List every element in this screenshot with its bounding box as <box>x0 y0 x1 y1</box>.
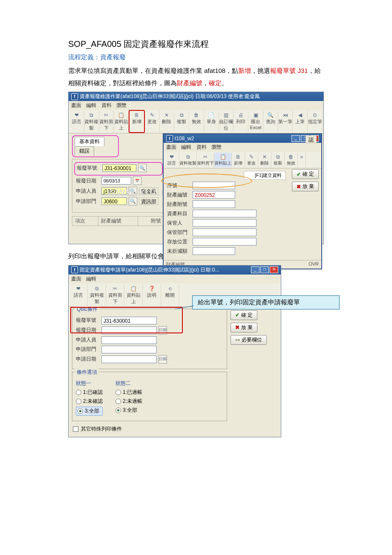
inp-applicant[interactable]: j1350 <box>101 187 127 195</box>
tb-exit[interactable]: ⎋離開 <box>161 284 179 306</box>
tb-copy[interactable]: ⧉資料複製 <box>84 111 99 132</box>
radio-s1-3[interactable]: 3:全部 <box>76 407 103 416</box>
win-afat108: f 資產報廢維護作業(afat108)[昆山巨伸33測試區](jci) 日期:0… <box>68 92 324 244</box>
required-button[interactable]: ⊶必要欄位 <box>231 335 267 345</box>
radio-s2-1[interactable]: 1:已過帳 <box>115 389 142 396</box>
menu-item[interactable]: 編輯 <box>181 144 191 150</box>
min-button[interactable]: _ <box>291 135 300 142</box>
tb-lang[interactable]: ❤語言 <box>69 284 88 306</box>
tb-void[interactable]: 🗑無效 <box>189 111 204 132</box>
tb-query[interactable]: 🔍查詢 <box>263 111 278 132</box>
radio-s1-2[interactable]: 2:未確認 <box>76 398 103 405</box>
inp-keeper[interactable] <box>193 219 257 227</box>
win1-toolbar: ❤語言 ⧉資料複製 ✂資料剪下 📋資料貼上 🗎新增 ✎更改 ✕刪除 ⧉複製 🗑無… <box>69 110 323 133</box>
tb-lang[interactable]: ❤語言 <box>69 111 84 132</box>
cancel-button[interactable]: ✖放 棄 <box>292 182 319 191</box>
menu-item[interactable]: 瀏覽 <box>211 144 222 150</box>
inp-appdate[interactable] <box>101 356 157 363</box>
tb-first[interactable]: ⏮第一筆 <box>278 111 293 132</box>
extra-checkbox[interactable] <box>73 426 78 432</box>
tb-body[interactable]: 📄單身 <box>204 111 219 132</box>
sub-toolbar: ❤語言 ⧉資料複製 ✂資料剪下 📋資料貼上 🗎新增 ✎更改 ✕刪除 ⧉複製 🗑無… <box>164 152 321 168</box>
tb-lang[interactable]: ❤語言 <box>164 153 179 167</box>
menu-item[interactable]: 編輯 <box>86 276 96 282</box>
tb-void[interactable]: 🗑無效 <box>285 153 298 167</box>
lookup-icon[interactable]: 🔍 <box>138 164 147 172</box>
close-button[interactable]: ✕ <box>270 266 278 273</box>
tb-help[interactable]: ❓說明 <box>143 284 161 306</box>
inp-asset-no[interactable]: Z000252 <box>193 191 235 199</box>
radio-s2-2[interactable]: 2:未過帳 <box>115 398 142 405</box>
menu-item[interactable]: 畫面 <box>71 102 81 108</box>
tb-col[interactable]: ▥自訂欄位 <box>219 111 234 132</box>
inp-account[interactable] <box>193 210 257 217</box>
inp-location[interactable] <box>193 238 257 246</box>
tb-paste[interactable]: 📋資料貼上 <box>114 111 129 132</box>
min-button[interactable]: _ <box>251 266 259 273</box>
lbl-asset-sub: 財產附號 <box>167 201 191 208</box>
tb-del[interactable]: ✕刪除 <box>258 153 271 167</box>
menu-item[interactable]: 編輯 <box>86 102 96 108</box>
tb-dup[interactable]: ⧉複製 <box>174 111 189 132</box>
cancel-button[interactable]: ✖放 棄 <box>231 323 257 332</box>
tb-copy[interactable]: ⧉資料複製 <box>179 153 197 167</box>
lookup-icon[interactable]: 🔍 <box>129 187 137 195</box>
inp-dept2[interactable] <box>101 346 157 353</box>
date-btn[interactable]: 日期 <box>159 355 167 364</box>
menu-item[interactable]: 資料 <box>101 102 112 108</box>
lbl-no: 報廢單號 <box>76 317 100 324</box>
radio-s1-1[interactable]: 1:已確認 <box>76 389 103 396</box>
tb-cut[interactable]: ✂資料剪下 <box>197 153 214 167</box>
date-btn[interactable]: 日期 <box>159 326 167 335</box>
lbl-applicant2: 申請人員 <box>76 336 100 344</box>
app-icon: f <box>71 266 78 273</box>
tab-basic[interactable]: 基本資料 <box>75 137 104 146</box>
inp-keeper-dept[interactable] <box>193 228 257 236</box>
tb-edit[interactable]: ✎更改 <box>245 153 258 167</box>
ok-button[interactable]: ✔確 定 <box>292 169 319 179</box>
menu-item[interactable]: 畫面 <box>71 276 81 282</box>
app-icon: f <box>166 135 173 142</box>
tb-add[interactable]: 🗎新增 <box>129 110 145 133</box>
inp-date[interactable] <box>101 327 157 334</box>
lbl-applicant: 申請人員 <box>76 188 100 195</box>
inp-disposal-no[interactable]: J31-630001 <box>102 164 136 172</box>
lbl-disposal-no: 報廢單號 <box>77 165 101 172</box>
date-icon[interactable]: 📅 <box>133 176 141 185</box>
tb-edit[interactable]: ✎更改 <box>145 111 160 132</box>
inp-seq[interactable] <box>193 182 235 189</box>
inp-no[interactable]: J31-630001 <box>101 317 157 324</box>
inp-disposal-date[interactable]: 06/03/13 <box>101 177 131 185</box>
tb-goto[interactable]: ⊙指定筆 <box>308 111 323 132</box>
tb-paste[interactable]: 📋資料貼上 <box>124 284 143 306</box>
inp-applicant2[interactable] <box>101 336 157 344</box>
check-icon: ✔ <box>235 312 239 318</box>
inp-asset-sub[interactable] <box>193 200 235 208</box>
tb-excel[interactable]: ▣匯出Excel <box>248 111 263 132</box>
tb-del[interactable]: ✕刪除 <box>160 111 175 132</box>
chevron-down-icon[interactable]: ▾ <box>317 136 320 142</box>
status-dropdown[interactable]: 認 <box>306 136 317 143</box>
tb-more[interactable]: » <box>298 153 306 167</box>
tb-copy[interactable]: ⧉資料複製 <box>88 284 106 306</box>
tb-cut[interactable]: ✂資料剪下 <box>99 111 114 132</box>
tb-add[interactable]: 🗎新增 <box>232 153 245 167</box>
tab-error[interactable]: 錯誤 <box>75 146 94 156</box>
max-button[interactable]: □ <box>260 266 269 273</box>
menu-item[interactable]: 瀏覽 <box>116 102 127 108</box>
ok-button[interactable]: ✔確 定 <box>231 310 257 320</box>
tb-dup[interactable]: ⧉複製 <box>271 153 285 167</box>
tb-paste[interactable]: 📋資料貼上 <box>214 153 232 167</box>
tb-print[interactable]: 🖨列印 <box>233 111 248 132</box>
menu-item[interactable]: 資料 <box>196 144 207 150</box>
check-icon: ✔ <box>297 171 301 177</box>
tb-cut[interactable]: ✂資料剪下 <box>106 284 124 306</box>
menu-item[interactable]: 畫面 <box>166 144 176 150</box>
tb-prev[interactable]: ◀上筆 <box>293 111 308 132</box>
inp-remain[interactable] <box>193 247 235 255</box>
win2-title: 固定資產報廢申請單(afar108)[昆山巨伸33測試區](jci) 日期:0.… <box>80 266 249 274</box>
inp-dept[interactable]: J0600 <box>101 197 127 205</box>
radio-s2-3[interactable]: 3:全部 <box>115 407 142 414</box>
doc-title: SOP_AFA005 固定資產報廢作來流程 <box>68 38 324 50</box>
lookup-icon[interactable]: 🔍 <box>129 197 137 205</box>
